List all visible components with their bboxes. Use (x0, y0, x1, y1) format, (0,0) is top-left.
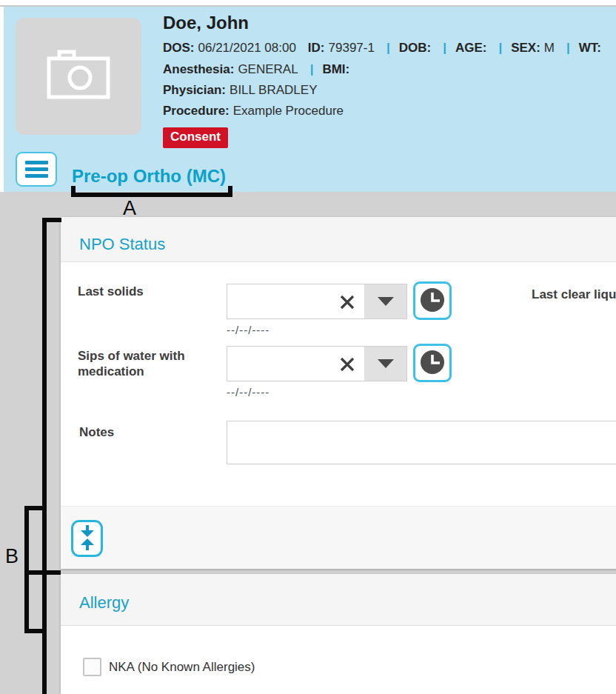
annotation-a-label: A (123, 197, 136, 220)
hamburger-menu-icon (25, 161, 48, 164)
hamburger-menu-button[interactable] (16, 152, 57, 187)
clear-x-icon[interactable] (338, 356, 356, 373)
npo-section-header: NPO Status (61, 217, 616, 262)
sips-date-hint: --/--/---- (227, 386, 270, 398)
last-solids-dropdown-button[interactable] (364, 284, 406, 318)
annotation-b-tick-middle (28, 570, 61, 575)
collapse-section-button[interactable] (71, 520, 103, 557)
nka-checkbox-label: NKA (No Known Allergies) (109, 660, 255, 675)
npo-status-section: NPO Status Last solids --/--/---- Last c… (61, 217, 616, 569)
annotation-a-tick-right (228, 186, 232, 197)
sips-dropdown-button[interactable] (364, 347, 406, 381)
last-solids-date-hint: --/--/---- (227, 324, 270, 336)
sips-of-water-label: Sips of water with medication (78, 348, 205, 379)
patient-info-line-4: Procedure:Example Procedure (163, 104, 615, 119)
annotation-b-tick-top (24, 506, 44, 510)
annotation-b-label: B (5, 545, 19, 568)
patient-header: Doe, John DOS:06/21/2021 08:00ID:79397-1… (4, 7, 616, 192)
notes-input[interactable] (227, 421, 616, 464)
patient-info-line-3: Physician:BILL BRADLEY (163, 83, 615, 98)
dropdown-arrow-icon (378, 359, 394, 368)
annotation-b-tick-bottom (24, 629, 44, 633)
consent-badge[interactable]: Consent (163, 127, 228, 148)
annotation-a-line (71, 193, 232, 197)
clock-icon (419, 287, 446, 316)
patient-info-line-2: Anesthesia:GENERAL|BMI: (163, 62, 615, 77)
sips-time-button[interactable] (413, 344, 452, 382)
clear-x-icon[interactable] (338, 293, 356, 311)
collapse-vertical-icon (78, 524, 97, 553)
preop-form-screen: Doe, John DOS:06/21/2021 08:00ID:79397-1… (0, 0, 616, 694)
sips-date-group (227, 346, 407, 381)
patient-photo-placeholder[interactable] (16, 18, 141, 135)
nka-checkbox[interactable] (83, 658, 101, 676)
patient-name: Doe, John (163, 13, 249, 33)
last-clear-liquids-label: Last clear liquids (532, 287, 616, 302)
npo-section-footer (61, 506, 616, 569)
last-solids-label: Last solids (78, 284, 144, 299)
page-title: Pre-op Ortho (MC) (72, 166, 226, 187)
allergy-section: Allergy NKA (No Known Allergies) (61, 574, 616, 694)
dropdown-arrow-icon (378, 297, 394, 306)
camera-icon (43, 47, 114, 106)
clock-icon (419, 349, 446, 378)
annotation-a-tick-left (71, 186, 76, 197)
npo-section-title: NPO Status (79, 235, 165, 254)
last-solids-time-button[interactable] (413, 281, 452, 320)
allergy-section-header: Allergy (61, 574, 616, 626)
annotation-bracket-vertical (42, 218, 47, 694)
annotation-b-vertical (24, 506, 29, 633)
last-solids-date-group (227, 284, 407, 319)
notes-label: Notes (79, 424, 114, 440)
allergy-section-title: Allergy (79, 593, 129, 613)
patient-info-line-1: DOS:06/21/2021 08:00ID:79397-1|DOB:|AGE:… (163, 41, 615, 56)
